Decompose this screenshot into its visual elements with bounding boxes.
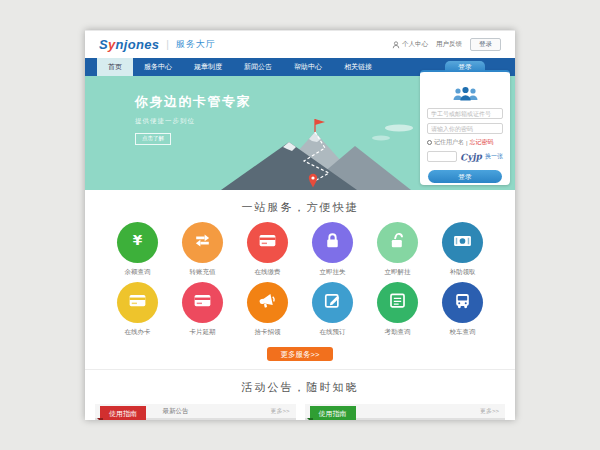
personal-center-link[interactable]: 个人中心 [392, 40, 428, 49]
left-ribbon-tab[interactable]: 使用指南 [100, 406, 146, 420]
nav-item-5[interactable]: 相关链接 [333, 58, 383, 76]
logo-part: njones [116, 37, 160, 52]
service-button-5[interactable] [442, 222, 483, 263]
logo-accent: y [108, 37, 116, 52]
service-button-6[interactable] [117, 282, 158, 323]
card-icon [257, 230, 278, 255]
login-tab[interactable]: 登录 [445, 61, 485, 72]
service-button-10[interactable] [377, 282, 418, 323]
service-button-1[interactable] [182, 222, 223, 263]
service-label: 立即解挂 [365, 268, 430, 277]
service-label: 余额查询 [105, 268, 170, 277]
logo[interactable]: Synjones [99, 37, 159, 52]
services-title: 一站服务，方便快捷 [85, 200, 515, 215]
service-button-9[interactable] [312, 282, 353, 323]
service-button-4[interactable] [377, 222, 418, 263]
change-captcha-link[interactable]: 换一张 [485, 152, 503, 161]
hero-title: 你身边的卡管专家 [135, 93, 251, 111]
announcements-title: 活动公告，随时知晓 [85, 380, 515, 395]
announcements-left-panel: 使用指南 最新公告 更多>> [95, 404, 296, 420]
user-feedback-link[interactable]: 用户反馈 [436, 40, 462, 49]
nav-item-1[interactable]: 服务中心 [133, 58, 183, 76]
right-more-link[interactable]: 更多>> [480, 404, 499, 418]
bus-icon [452, 290, 473, 315]
top-header: Synjones | 服务大厅 个人中心 用户反馈 登录 [85, 30, 515, 58]
site-title: 服务大厅 [176, 38, 216, 51]
nav-item-3[interactable]: 新闻公告 [233, 58, 283, 76]
lock-icon [322, 230, 343, 255]
service-item: ¥余额查询 [105, 222, 170, 277]
announcements-section: 活动公告，随时知晓 使用指南 最新公告 更多>> 使用指南 更多>> [85, 369, 515, 420]
service-item: 在线缴费 [235, 222, 300, 277]
captcha-input[interactable] [427, 151, 457, 162]
service-item: 立即挂失 [300, 222, 365, 277]
forgot-password-link[interactable]: 忘记密码 [470, 138, 494, 147]
service-label: 在线办卡 [105, 328, 170, 337]
login-panel: 登录 记住用户名 | 忘记密码 Cyjp 换一张 登录 [420, 70, 510, 185]
services-row: ¥余额查询转账充值在线缴费立即挂失立即解挂补助领取 [85, 222, 515, 277]
service-button-2[interactable] [247, 222, 288, 263]
announcements-right-panel: 使用指南 更多>> [305, 404, 506, 420]
service-label: 卡片延期 [170, 328, 235, 337]
header-login-button[interactable]: 登录 [470, 38, 501, 51]
user-feedback-label: 用户反馈 [436, 40, 462, 49]
password-input[interactable] [427, 123, 503, 134]
service-label: 转账充值 [170, 268, 235, 277]
service-item: 转账充值 [170, 222, 235, 277]
left-more-link[interactable]: 更多>> [270, 404, 289, 418]
more-services-button[interactable]: 更多服务>> [267, 347, 333, 361]
service-item: 立即解挂 [365, 222, 430, 277]
latest-announcements-tab[interactable]: 最新公告 [162, 404, 188, 418]
transfer-icon [192, 230, 213, 255]
services-grid: ¥余额查询转账充值在线缴费立即挂失立即解挂补助领取在线办卡卡片延期拾卡招领在线预… [85, 222, 515, 337]
login-submit-button[interactable]: 登录 [428, 170, 502, 183]
list-icon [387, 290, 408, 315]
service-item: 在线办卡 [105, 282, 170, 337]
edit-icon [322, 290, 343, 315]
person-icon [392, 41, 400, 49]
service-label: 校车查询 [430, 328, 495, 337]
svg-text:¥: ¥ [133, 232, 143, 248]
service-button-11[interactable] [442, 282, 483, 323]
service-button-0[interactable]: ¥ [117, 222, 158, 263]
services-row: 在线办卡卡片延期拾卡招领在线预订考勤查询校车查询 [85, 282, 515, 337]
yen-icon: ¥ [127, 230, 148, 255]
service-button-7[interactable] [182, 282, 223, 323]
service-item: 考勤查询 [365, 282, 430, 337]
service-label: 补助领取 [430, 268, 495, 277]
captcha-image[interactable]: Cyjp [460, 151, 483, 163]
nav-item-4[interactable]: 帮助中心 [283, 58, 333, 76]
service-label: 立即挂失 [300, 268, 365, 277]
service-button-8[interactable] [247, 282, 288, 323]
hero-cta-button[interactable]: 点击了解 [135, 133, 171, 145]
site-window: Synjones | 服务大厅 个人中心 用户反馈 登录 首页服务中心规章制度新… [85, 30, 515, 420]
right-ribbon-tab[interactable]: 使用指南 [310, 406, 356, 420]
username-input[interactable] [427, 108, 503, 119]
banknote-icon [452, 230, 473, 255]
service-item: 卡片延期 [170, 282, 235, 337]
nav-item-0[interactable]: 首页 [97, 58, 133, 76]
service-label: 在线缴费 [235, 268, 300, 277]
unlock-icon [387, 230, 408, 255]
service-item: 拾卡招领 [235, 282, 300, 337]
remember-divider: | [466, 140, 468, 146]
card-icon [192, 290, 213, 315]
mountain-illustration [203, 114, 425, 190]
remember-checkbox[interactable] [427, 140, 432, 145]
services-section: 一站服务，方便快捷 ¥余额查询转账充值在线缴费立即挂失立即解挂补助领取在线办卡卡… [85, 200, 515, 361]
personal-center-label: 个人中心 [402, 40, 428, 49]
card-icon [127, 290, 148, 315]
service-item: 在线预订 [300, 282, 365, 337]
service-label: 在线预订 [300, 328, 365, 337]
service-item: 补助领取 [430, 222, 495, 277]
logo-part: S [99, 37, 108, 52]
header-divider: | [166, 39, 169, 50]
nav-item-2[interactable]: 规章制度 [183, 58, 233, 76]
service-label: 考勤查询 [365, 328, 430, 337]
users-icon [427, 86, 503, 104]
remember-label: 记住用户名 [434, 138, 464, 147]
megaphone-icon [257, 290, 278, 315]
service-button-3[interactable] [312, 222, 353, 263]
service-label: 拾卡招领 [235, 328, 300, 337]
service-item: 校车查询 [430, 282, 495, 337]
